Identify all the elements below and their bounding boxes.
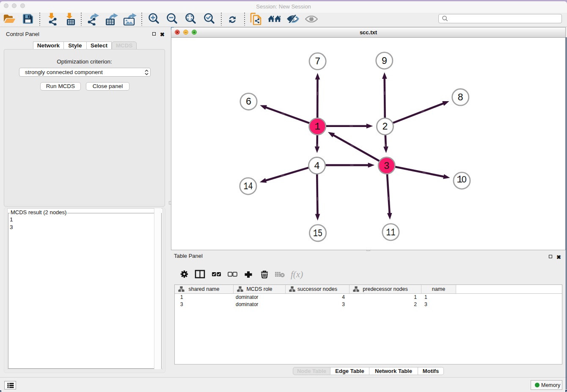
svg-text:4: 4	[314, 161, 320, 172]
svg-text:8: 8	[457, 92, 463, 103]
svg-text:15: 15	[313, 228, 322, 239]
svg-text:1: 1	[314, 121, 320, 133]
svg-text:6: 6	[246, 97, 252, 108]
svg-text:2: 2	[382, 121, 388, 133]
svg-text:7: 7	[315, 56, 321, 67]
svg-text:14: 14	[243, 181, 253, 192]
svg-text:f(x): f(x)	[291, 269, 303, 279]
svg-text:11: 11	[386, 227, 395, 238]
svg-text:0: 0	[462, 174, 467, 185]
svg-text:9: 9	[381, 56, 387, 67]
svg-text:3: 3	[384, 161, 390, 172]
